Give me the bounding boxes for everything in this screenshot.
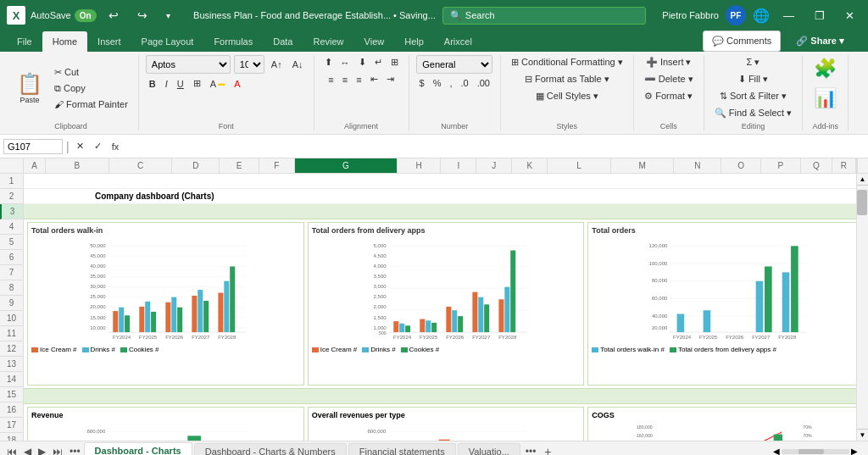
delete-cells-button[interactable]: ➖ Delete ▾ — [641, 72, 697, 86]
analyze-data-button[interactable]: 📊 — [810, 85, 841, 112]
copy-button[interactable]: ⧉ Copy — [51, 81, 131, 96]
scroll-left-button[interactable]: ◀ — [773, 447, 780, 455]
increase-indent-button[interactable]: ⇥ — [383, 72, 398, 86]
col-R[interactable]: R — [832, 158, 856, 173]
col-E[interactable]: E — [220, 158, 259, 173]
col-G[interactable]: G — [295, 158, 398, 173]
tab-prev-button[interactable]: ◀ — [20, 444, 35, 456]
format-cells-button[interactable]: ⚙ Format ▾ — [641, 89, 696, 103]
decrease-decimal-button[interactable]: .0 — [457, 76, 471, 90]
scroll-right-button[interactable]: ▶ — [851, 447, 858, 455]
insert-cells-button[interactable]: ➕ Insert ▾ — [643, 55, 695, 69]
search-box[interactable]: 🔍 Search — [442, 7, 646, 25]
undo-button[interactable]: ↩ — [102, 5, 125, 25]
share-button[interactable]: 🔗 Share ▾ — [786, 31, 854, 51]
underline-button[interactable]: U — [174, 77, 187, 91]
redo-button[interactable]: ↪ — [131, 5, 154, 25]
cancel-formula-button[interactable]: ✕ — [73, 139, 87, 153]
percent-button[interactable]: % — [430, 76, 445, 90]
cell-reference[interactable] — [3, 139, 63, 154]
scroll-down-button[interactable]: ▼ — [857, 429, 868, 441]
fill-button[interactable]: ⬇ Fill ▾ — [735, 72, 771, 86]
wrap-text-button[interactable]: ↵ — [371, 55, 386, 69]
col-M[interactable]: M — [611, 158, 675, 173]
tab-valuatio[interactable]: Valuatio... — [458, 443, 520, 455]
tab-review[interactable]: Review — [303, 31, 353, 52]
merge-center-button[interactable]: ⊞ — [387, 55, 402, 69]
align-right-button[interactable]: ≡ — [353, 72, 364, 86]
align-left-button[interactable]: ≡ — [325, 72, 337, 86]
border-button[interactable]: ⊞ — [190, 76, 204, 91]
confirm-formula-button[interactable]: ✓ — [91, 139, 105, 153]
font-size-select[interactable]: 10 — [234, 55, 264, 74]
autosave-toggle[interactable]: On — [75, 9, 97, 22]
tab-insert[interactable]: Insert — [87, 31, 131, 52]
close-button[interactable]: ✕ — [838, 6, 861, 25]
tab-formulas[interactable]: Formulas — [203, 31, 263, 52]
col-H[interactable]: H — [398, 158, 441, 173]
tab-first-button[interactable]: ⏮ — [3, 444, 20, 456]
tab-financial-statements[interactable]: Financial statements — [348, 443, 456, 455]
col-A[interactable]: A — [24, 158, 46, 173]
col-O[interactable]: O — [721, 158, 761, 173]
formula-input[interactable] — [125, 140, 865, 153]
comments-button[interactable]: 💬 Comments — [703, 31, 781, 52]
scroll-thumb[interactable] — [857, 190, 867, 215]
col-P[interactable]: P — [761, 158, 801, 173]
format-as-table-button[interactable]: ⊟ Format as Table ▾ — [521, 72, 613, 86]
vertical-scrollbar[interactable]: ▲ ▼ — [856, 174, 868, 441]
col-F[interactable]: F — [259, 158, 295, 173]
tab-last-button[interactable]: ⏭ — [49, 444, 66, 456]
comma-button[interactable]: , — [446, 76, 455, 90]
tab-more-button[interactable]: ••• — [66, 444, 84, 456]
col-D[interactable]: D — [172, 158, 220, 173]
col-I[interactable]: I — [441, 158, 476, 173]
tab-dashboard-charts[interactable]: Dashboard - Charts — [84, 442, 192, 455]
tab-page-layout[interactable]: Page Layout — [131, 31, 204, 52]
sum-button[interactable]: Σ ▾ — [743, 55, 764, 69]
tab-data[interactable]: Data — [263, 31, 303, 52]
tab-next-button[interactable]: ▶ — [35, 444, 49, 456]
col-Q[interactable]: Q — [801, 158, 832, 173]
align-bottom-button[interactable]: ⬇ — [355, 55, 370, 69]
find-select-button[interactable]: 🔍 Find & Select ▾ — [711, 106, 796, 120]
quick-access-more[interactable]: ▾ — [159, 8, 177, 24]
user-avatar[interactable]: PF — [726, 5, 746, 25]
tab-overflow-button[interactable]: ••• — [522, 444, 540, 456]
horizontal-scrollbar[interactable] — [782, 449, 849, 454]
col-B[interactable]: B — [46, 158, 109, 173]
sort-filter-button[interactable]: ⇅ Sort & Filter ▾ — [716, 89, 790, 103]
cell-styles-button[interactable]: ▦ Cell Styles ▾ — [532, 89, 602, 103]
number-format-select[interactable]: General — [416, 55, 492, 74]
tab-home[interactable]: Home — [42, 31, 87, 52]
tab-view[interactable]: View — [354, 31, 395, 52]
bold-button[interactable]: B — [146, 77, 159, 91]
col-J[interactable]: J — [476, 158, 512, 173]
restore-button[interactable]: ❐ — [808, 6, 832, 25]
cut-button[interactable]: ✂ Cut — [51, 65, 131, 80]
tab-dashboard-charts-numbers[interactable]: Dashboard - Charts & Numbers — [194, 443, 347, 455]
increase-decimal-button[interactable]: .00 — [474, 76, 493, 90]
font-color-button[interactable]: A — [231, 77, 243, 91]
conditional-formatting-button[interactable]: ⊞ Conditional Formatting ▾ — [508, 55, 626, 69]
font-family-select[interactable]: Aptos — [146, 55, 231, 74]
add-ins-button[interactable]: 🧩 — [810, 55, 841, 82]
col-L[interactable]: L — [548, 158, 611, 173]
format-painter-button[interactable]: 🖌 Format Painter — [51, 97, 131, 111]
tab-arixcel[interactable]: Arixcel — [434, 31, 482, 52]
increase-font-button[interactable]: A↑ — [268, 58, 286, 71]
tab-file[interactable]: File — [7, 31, 42, 52]
scroll-up-button[interactable]: ▲ — [857, 174, 868, 186]
align-middle-button[interactable]: ↔ — [337, 55, 353, 69]
col-C[interactable]: C — [109, 158, 173, 173]
tab-help[interactable]: Help — [394, 31, 434, 52]
align-center-button[interactable]: ≡ — [339, 72, 351, 86]
decrease-indent-button[interactable]: ⇤ — [367, 72, 381, 86]
minimize-button[interactable]: — — [776, 6, 801, 25]
italic-button[interactable]: I — [162, 77, 171, 91]
fill-color-button[interactable]: A▬ — [207, 77, 228, 91]
align-top-button[interactable]: ⬆ — [321, 55, 336, 69]
col-K[interactable]: K — [512, 158, 548, 173]
hscroll-thumb[interactable] — [798, 449, 824, 454]
add-sheet-button[interactable]: + — [539, 443, 556, 456]
